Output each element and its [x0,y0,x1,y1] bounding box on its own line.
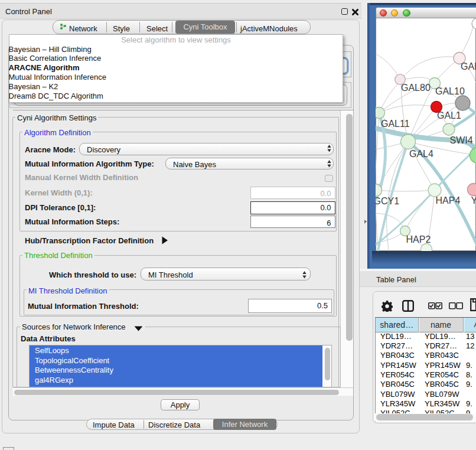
svg-text:SWI4: SWI4 [450,135,473,145]
svg-text:HAP2: HAP2 [406,234,431,244]
svg-text:GAL80: GAL80 [401,83,431,93]
svg-text:GAL1: GAL1 [437,110,461,120]
svg-text:GAL7: GAL7 [461,61,476,71]
svg-text:GAL10: GAL10 [435,86,465,96]
svg-text:Y: Y [471,195,476,206]
svg-text:GAL4: GAL4 [409,149,433,159]
svg-text:HAP4: HAP4 [436,195,461,206]
svg-text:GCY1: GCY1 [376,196,399,206]
svg-text:GAL11: GAL11 [381,119,410,129]
